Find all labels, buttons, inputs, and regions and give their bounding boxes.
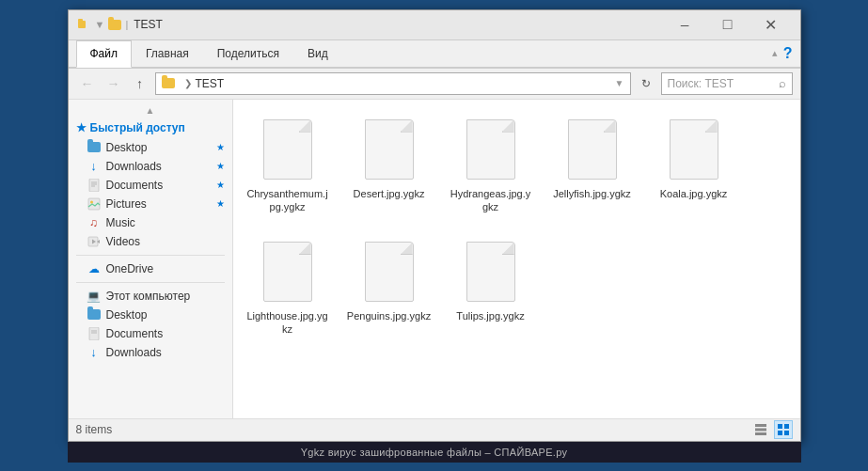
- sidebar-item-pc-desktop[interactable]: Desktop: [69, 306, 232, 324]
- file-name: Jellyfish.jpg.ygkz: [553, 187, 631, 200]
- title-sep1: ▼: [95, 19, 105, 30]
- sidebar-item-pc-downloads[interactable]: ↓ Downloads: [69, 343, 232, 362]
- file-page: [466, 119, 515, 180]
- sidebar-item-onedrive[interactable]: ☁ OneDrive: [69, 259, 232, 278]
- svg-rect-15: [755, 429, 766, 432]
- sidebar-item-documents[interactable]: Documents ★: [69, 176, 232, 195]
- main-content: ▲ ★ Быстрый доступ Desktop ★ ↓ Downloads…: [69, 100, 800, 418]
- status-bar: 8 items: [69, 418, 800, 441]
- sidebar-item-onedrive-label: OneDrive: [106, 262, 154, 275]
- svg-rect-18: [784, 424, 789, 429]
- file-icon: [666, 116, 722, 183]
- view-controls: [751, 420, 793, 439]
- sidebar-item-pc-documents[interactable]: Documents: [69, 324, 232, 343]
- svg-rect-20: [784, 431, 789, 435]
- music-icon: ♫: [87, 216, 101, 229]
- address-input[interactable]: ❯ TEST ▼: [155, 72, 631, 95]
- svg-rect-11: [89, 327, 99, 340]
- tab-home[interactable]: Главная: [132, 40, 203, 67]
- sidebar-item-pictures[interactable]: Pictures ★: [69, 195, 232, 213]
- quick-access-header[interactable]: ★ Быстрый доступ: [69, 118, 232, 138]
- file-page: [365, 119, 414, 180]
- help-icon[interactable]: ?: [783, 45, 793, 62]
- up-button[interactable]: ↑: [129, 72, 151, 95]
- sidebar-item-music-label: Music: [106, 216, 135, 229]
- file-name: Chrysanthemum.jpg.ygkz: [245, 187, 330, 214]
- refresh-button[interactable]: ↻: [635, 72, 657, 95]
- svg-rect-14: [755, 424, 766, 427]
- files-grid: Chrysanthemum.jpg.ygkz Desert.jpg.ygkz H…: [241, 107, 793, 345]
- file-view: Chrysanthemum.jpg.ygkz Desert.jpg.ygkz H…: [233, 100, 800, 418]
- sidebar-item-music[interactable]: ♫ Music: [69, 213, 232, 232]
- address-dropdown-icon[interactable]: ▼: [615, 78, 624, 88]
- scroll-up-indicator: ▲: [69, 103, 232, 118]
- title-bar-icons: ▼ |: [76, 17, 129, 32]
- back-button[interactable]: ←: [76, 72, 99, 95]
- minimize-button[interactable]: ‒: [663, 9, 706, 39]
- file-page: [670, 119, 718, 180]
- file-item[interactable]: Desert.jpg.ygkz: [342, 107, 436, 223]
- file-name: Lighthouse.jpg.ygkz: [245, 309, 330, 337]
- file-name: Hydrangeas.jpg.ygkz: [449, 187, 533, 214]
- file-item[interactable]: Hydrangeas.jpg.ygkz: [444, 107, 538, 223]
- svg-rect-17: [778, 424, 782, 429]
- large-icons-view-button[interactable]: [774, 420, 793, 439]
- tab-view[interactable]: Вид: [293, 40, 342, 67]
- sidebar-item-downloads-label: Downloads: [106, 160, 162, 173]
- address-path: TEST: [196, 77, 225, 90]
- close-button[interactable]: ✕: [750, 9, 793, 39]
- ribbon: Файл Главная Поделиться Вид ▴ ?: [69, 40, 800, 69]
- download-icon: ↓: [87, 160, 101, 173]
- svg-rect-0: [78, 21, 86, 28]
- file-item[interactable]: Koala.jpg.ygkz: [647, 107, 741, 223]
- file-item[interactable]: Lighthouse.jpg.ygkz: [241, 229, 335, 345]
- address-folder-icon: [162, 78, 175, 88]
- sidebar-item-thispc[interactable]: 💻 Этот компьютер: [69, 287, 232, 306]
- videos-icon: [87, 235, 101, 248]
- quick-access-icon: ★: [76, 121, 87, 134]
- file-icon: [463, 116, 519, 183]
- forward-button[interactable]: →: [103, 72, 125, 95]
- download-icon: ↓: [87, 346, 101, 359]
- file-name: Tulips.jpg.ygkz: [456, 309, 524, 322]
- tab-file[interactable]: Файл: [76, 40, 133, 68]
- pictures-icon: [87, 197, 101, 211]
- svg-rect-2: [89, 179, 99, 192]
- title-folder-icon: [108, 20, 121, 30]
- docs-icon: [87, 327, 101, 340]
- address-chevron: ❯: [184, 78, 192, 88]
- file-item[interactable]: Tulips.jpg.ygkz: [444, 229, 538, 345]
- onedrive-icon: ☁: [87, 262, 101, 275]
- svg-rect-19: [778, 431, 782, 435]
- pin-icon: ★: [216, 142, 225, 152]
- sidebar-divider: [76, 255, 225, 256]
- file-item[interactable]: Jellyfish.jpg.ygkz: [545, 107, 639, 223]
- sidebar-divider2: [76, 282, 225, 283]
- pin-icon: ★: [216, 180, 225, 190]
- sidebar-item-videos[interactable]: Videos: [69, 232, 232, 251]
- tab-share[interactable]: Поделиться: [203, 40, 293, 67]
- window-title: TEST: [134, 18, 662, 31]
- search-box[interactable]: Поиск: TEST ⌕: [661, 72, 793, 95]
- maximize-button[interactable]: □: [706, 9, 750, 39]
- sidebar-item-pc-desktop-label: Desktop: [106, 308, 148, 322]
- svg-point-7: [90, 200, 93, 203]
- svg-rect-16: [755, 432, 766, 435]
- list-view-button[interactable]: [751, 420, 770, 439]
- sidebar-item-desktop[interactable]: Desktop ★: [69, 138, 232, 157]
- file-icon: [361, 238, 418, 306]
- ribbon-tabs: Файл Главная Поделиться Вид ▴ ?: [69, 40, 800, 68]
- search-icon: ⌕: [779, 76, 786, 90]
- item-count: 8 items: [76, 423, 113, 436]
- file-icon: [260, 116, 316, 183]
- virus-message: Ygkz вирус зашифрованные файлы – СПАЙВАР…: [301, 447, 568, 458]
- file-page: [365, 242, 414, 302]
- file-item[interactable]: Chrysanthemum.jpg.ygkz: [241, 107, 335, 223]
- title-bar: ▼ | TEST ‒ □ ✕: [69, 10, 800, 40]
- file-item[interactable]: Penguins.jpg.ygkz: [342, 229, 436, 345]
- pin-icon: ★: [216, 198, 225, 209]
- ribbon-collapse-icon[interactable]: ▴: [772, 47, 778, 59]
- folder-icon: [87, 142, 101, 152]
- sidebar-item-downloads[interactable]: ↓ Downloads ★: [69, 157, 232, 176]
- virus-message-bar: Ygkz вирус зашифрованные файлы – СПАЙВАР…: [68, 442, 801, 463]
